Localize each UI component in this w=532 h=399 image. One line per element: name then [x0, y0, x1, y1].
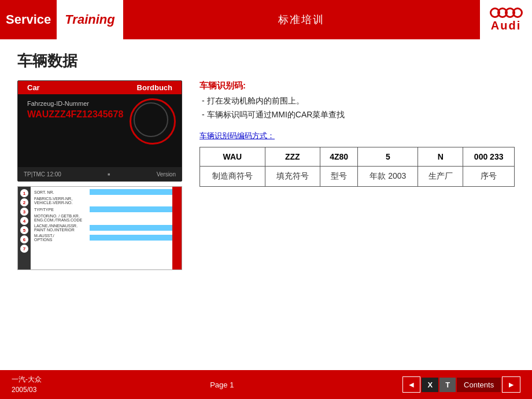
audi-logo: Audi — [480, 0, 532, 39]
section-title: 车辆识别码: — [200, 80, 515, 91]
version-text: Version — [157, 171, 176, 178]
header-title: 标准培训 — [123, 13, 480, 27]
table-cell: 序号 — [463, 167, 515, 187]
info-panel-sidebar: 1 2 3 4 5 6 7 — [18, 187, 31, 269]
table-cell: 4Z80 — [320, 147, 357, 167]
t-button[interactable]: T — [439, 378, 456, 392]
car-display-footer: TP|TMC 12:00 ▪ Version — [18, 167, 182, 181]
table-cell: 000 233 — [463, 147, 515, 167]
table-cell: 型号 — [320, 167, 357, 187]
main-content: 车辆数据 Car Bordbuch Fahrzeug-ID-Nummer WAU… — [0, 39, 532, 370]
gauge-icon — [130, 98, 176, 145]
table-cell: 制造商符号 — [200, 167, 265, 187]
content-row: Car Bordbuch Fahrzeug-ID-Nummer WAUZZZ4F… — [17, 80, 515, 270]
info-panel-right-strip — [172, 187, 182, 269]
sub-section-title: 车辆识别码编码方式： — [200, 131, 515, 141]
table-row-labels: 制造商符号 填充符号 型号 年款 2003 生产厂 序号 — [200, 167, 515, 187]
footer: 一汽-大众 2005/03 Page 1 ◄ X T Contents ► — [0, 370, 532, 399]
tp-tmc-text: TP|TMC 12:00 — [24, 171, 61, 178]
footer-navigation: ◄ X T Contents ► — [402, 376, 520, 393]
table-cell: 年款 2003 — [358, 167, 418, 187]
prev-button[interactable]: ◄ — [402, 376, 421, 393]
right-column: 车辆识别码: - 打在发动机舱内的前围上。 - 车辆标识吗可通过MMI的CAR菜… — [200, 80, 515, 187]
audi-text: Audi — [491, 19, 521, 32]
info-panel-content: SORT. NR. FABRICS-VERR-NR,VEHICLE-VERR-N… — [31, 187, 182, 246]
car-display-mockup: Car Bordbuch Fahrzeug-ID-Nummer WAUZZZ4F… — [17, 80, 182, 182]
car-tab: Car — [27, 83, 40, 92]
next-button[interactable]: ► — [502, 376, 520, 393]
sd-icon: ▪ — [108, 169, 110, 179]
left-column: Car Bordbuch Fahrzeug-ID-Nummer WAUZZZ4F… — [17, 80, 182, 270]
bullet-item-1: - 打在发动机舱内的前围上。 — [200, 96, 515, 106]
x-button[interactable]: X — [422, 378, 438, 392]
training-label: Training — [57, 0, 123, 39]
info-panel-mockup: 1 2 3 4 5 6 7 SORT. NR. FABRICS-VERR-NR,… — [17, 186, 182, 270]
footer-page: Page 1 — [42, 380, 402, 389]
page-title: 车辆数据 — [17, 51, 515, 71]
table-cell: WAU — [200, 147, 265, 167]
table-row-header: WAU ZZZ 4Z80 5 N 000 233 — [200, 147, 515, 167]
table-cell: 填充符号 — [265, 167, 320, 187]
contents-button[interactable]: Contents — [457, 378, 501, 392]
header: Service Training 标准培训 Audi — [0, 0, 532, 39]
table-cell: ZZZ — [265, 147, 320, 167]
footer-company: 一汽-大众 2005/03 — [12, 374, 42, 395]
table-cell: 生产厂 — [418, 167, 463, 187]
car-display-header: Car Bordbuch — [18, 81, 182, 94]
audi-rings-icon — [490, 8, 523, 18]
vin-table: WAU ZZZ 4Z80 5 N 000 233 制造商符号 填充符号 型号 年… — [200, 147, 515, 187]
service-label: Service — [0, 0, 57, 39]
bordbuch-tab: Bordbuch — [137, 83, 172, 92]
table-cell: 5 — [358, 147, 418, 167]
table-cell: N — [418, 147, 463, 167]
logo-area: Service Training — [0, 0, 123, 39]
bullet-item-2: - 车辆标识吗可通过MMI的CAR菜单查找 — [200, 110, 515, 120]
